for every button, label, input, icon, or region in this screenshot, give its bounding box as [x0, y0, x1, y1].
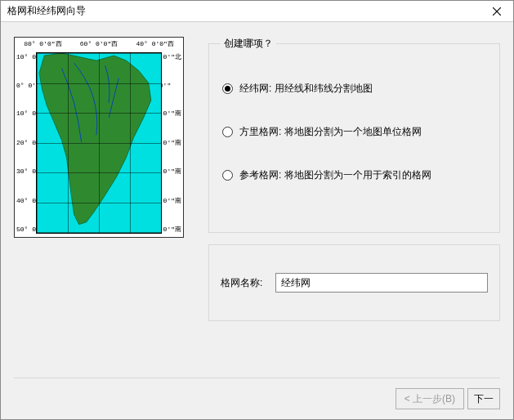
map-plot — [36, 52, 162, 234]
options-legend: 创建哪项？ — [221, 37, 276, 51]
content-area: 80° 0'0"西 60° 0'0"西 40° 0'0"西 10° 0'"北 0… — [1, 22, 513, 366]
axis-tick: 60° 0'0"西 — [80, 39, 118, 48]
grid-name-input[interactable] — [275, 273, 488, 293]
grid-name-group: 格网名称: — [208, 244, 500, 321]
footer: < 上一步(B) 下一 — [14, 378, 500, 419]
map-preview-box: 80° 0'0"西 60° 0'0"西 40° 0'0"西 10° 0'"北 0… — [14, 37, 184, 238]
radio-icon — [222, 127, 233, 137]
options-group: 创建哪项？ 经纬网: 用经线和纬线分割地图 方里格网: 将地图分割为一个地图单位… — [208, 37, 500, 233]
radio-label: 方里格网: 将地图分割为一个地图单位格网 — [239, 125, 422, 139]
close-button[interactable] — [480, 1, 513, 21]
radio-label: 参考格网: 将地图分割为一个用于索引的格网 — [239, 168, 431, 182]
titlebar: 格网和经纬网向导 — [1, 1, 513, 22]
radio-measured-grid[interactable]: 方里格网: 将地图分割为一个地图单位格网 — [222, 125, 486, 139]
radio-reference-grid[interactable]: 参考格网: 将地图分割为一个用于索引的格网 — [222, 168, 486, 182]
next-button-label: 下一 — [474, 392, 494, 406]
axis-tick: 40° 0'0"西 — [136, 39, 173, 48]
map-preview: 80° 0'0"西 60° 0'0"西 40° 0'0"西 10° 0'"北 0… — [14, 37, 185, 366]
radio-icon — [222, 83, 233, 94]
axis-tick: 80° 0'0"西 — [24, 39, 61, 48]
grid-name-label: 格网名称: — [221, 276, 262, 290]
radio-icon — [222, 170, 233, 181]
right-column: 创建哪项？ 经纬网: 用经线和纬线分割地图 方里格网: 将地图分割为一个地图单位… — [208, 37, 500, 366]
window-title: 格网和经纬网向导 — [7, 4, 86, 18]
radio-label: 经纬网: 用经线和纬线分割地图 — [239, 82, 373, 96]
back-button-label: < 上一步(B) — [404, 392, 455, 406]
next-button[interactable]: 下一 — [467, 388, 500, 409]
back-button: < 上一步(B) — [396, 388, 464, 409]
wizard-window: 格网和经纬网向导 80° 0'0"西 60° 0'0"西 40° 0'0"西 1… — [0, 0, 514, 420]
close-icon — [493, 7, 501, 16]
radio-graticule[interactable]: 经纬网: 用经线和纬线分割地图 — [222, 82, 486, 96]
map-axis-top: 80° 0'0"西 60° 0'0"西 40° 0'0"西 — [15, 39, 183, 48]
graticule-grid — [37, 53, 161, 233]
